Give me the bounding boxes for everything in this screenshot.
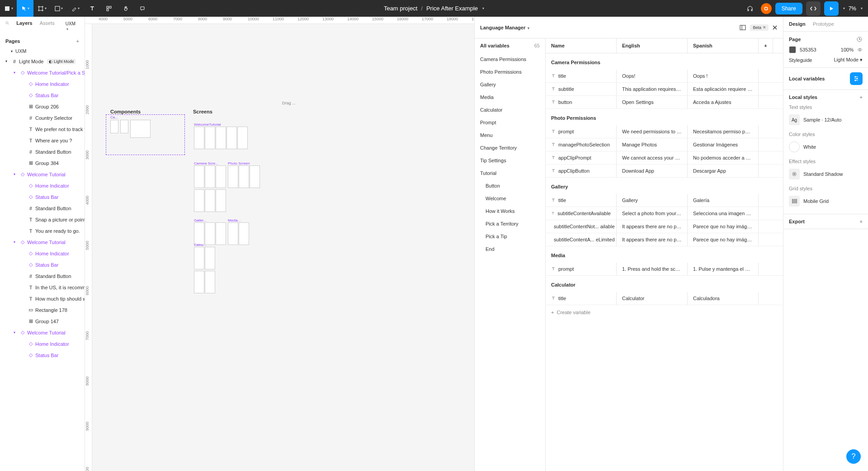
add-export-button[interactable]: +	[860, 219, 863, 224]
sidebar-toggle-icon[interactable]	[739, 24, 746, 31]
canvas-frame[interactable]	[194, 127, 204, 149]
group-subitem[interactable]: Pick a Tip	[475, 230, 545, 243]
layer-row[interactable]: ⊞Group 384	[0, 157, 85, 169]
group-item[interactable]: Prompt	[475, 116, 545, 129]
variable-name-cell[interactable]: managePhotoSelection	[546, 138, 617, 151]
chevron-down-icon[interactable]: ▾	[528, 26, 529, 30]
chevron-down-icon[interactable]: ▾	[861, 6, 863, 10]
pen-tool-button[interactable]: ▾	[67, 0, 84, 17]
canvas[interactable]: 4000500060007000800090001000011000120001…	[85, 17, 474, 471]
variable-row[interactable]: subtitleContentNot... ailableIt appears …	[546, 220, 783, 233]
effect-style-item[interactable]: Standard Shadow	[789, 166, 863, 182]
group-item[interactable]: Tutorial	[475, 167, 545, 179]
resources-button[interactable]	[100, 0, 117, 17]
canvas-frame[interactable]	[130, 120, 151, 138]
spanish-cell[interactable]: Oops !	[688, 70, 759, 82]
canvas-frame[interactable]	[216, 127, 226, 149]
group-item[interactable]: Media	[475, 91, 545, 104]
spanish-cell[interactable]: Esta aplicación requiere el uso d...	[688, 83, 759, 95]
layer-row[interactable]: ⊞Group 147	[0, 316, 85, 327]
layer-row[interactable]: #Country Selector	[0, 112, 85, 123]
variable-row[interactable]: promptWe need permissions to access y...…	[546, 125, 783, 138]
variable-name-cell[interactable]: button	[546, 96, 617, 108]
zoom-level[interactable]: 7%	[849, 5, 856, 12]
canvas-frame[interactable]	[205, 247, 215, 269]
canvas-frame[interactable]	[194, 247, 204, 269]
layer-row[interactable]: ◇Status Bar	[0, 259, 85, 270]
layer-row[interactable]: TWhere are you ?	[0, 135, 85, 146]
bg-color-value[interactable]: 535353	[800, 47, 816, 52]
audio-button[interactable]	[743, 1, 757, 16]
eye-icon[interactable]	[857, 47, 863, 52]
canvas-frame[interactable]	[205, 127, 215, 149]
layer-row[interactable]: ◇Home Indicator	[0, 248, 85, 259]
bg-opacity-value[interactable]: 100%	[841, 47, 854, 52]
variable-name-cell[interactable]: title	[546, 194, 617, 207]
create-variable-button[interactable]: + Create variable	[546, 305, 783, 320]
layer-row[interactable]: #Standard Button	[0, 203, 85, 214]
tab-assets[interactable]: Assets	[40, 20, 55, 32]
layer-row[interactable]: ▾◇Welcome Tutorial	[0, 327, 85, 338]
variable-row[interactable]: prompt1. Press and hold the screen to h.…	[546, 263, 783, 276]
share-button[interactable]: Share	[775, 3, 802, 14]
spanish-cell[interactable]: Gestionar Imágenes	[688, 138, 759, 151]
canvas-frame[interactable]	[205, 222, 215, 245]
layer-row[interactable]: #Standard Button	[0, 146, 85, 157]
english-cell[interactable]: We need permissions to access y...	[617, 125, 688, 138]
variables-settings-button[interactable]	[850, 72, 863, 85]
english-cell[interactable]: This application requires access	[617, 83, 688, 95]
variable-name-cell[interactable]: prompt	[546, 125, 617, 138]
group-subitem[interactable]: Pick a Territory	[475, 217, 545, 230]
search-icon[interactable]	[5, 20, 9, 26]
layer-row[interactable]: ▾#Light Mode ◐ Light Mode	[0, 56, 85, 67]
spanish-cell[interactable]: No podemos acceder a sus imág...	[688, 151, 759, 164]
english-cell[interactable]: Manage Photos	[617, 138, 688, 151]
spanish-cell[interactable]: 1. Pulse y mantenga el dedo en l...	[688, 263, 759, 275]
group-item[interactable]: Tip Settings	[475, 154, 545, 167]
library-badge[interactable]: UXM ▾	[62, 20, 79, 32]
spanish-cell[interactable]: Selecciona una imagen de tu gal...	[688, 207, 759, 220]
spanish-cell[interactable]: Descargar App	[688, 165, 759, 177]
english-cell[interactable]: Open Settings	[617, 96, 688, 108]
variable-row[interactable]: appClipButtonDownload AppDescargar App	[546, 165, 783, 178]
group-item[interactable]: Photo Permissions	[475, 66, 545, 78]
canvas-frame[interactable]	[110, 120, 118, 133]
canvas-frame[interactable]	[228, 165, 238, 188]
english-cell[interactable]: It appears there are no photos in	[617, 220, 688, 233]
canvas-frame[interactable]	[237, 127, 248, 149]
canvas-frame[interactable]	[205, 271, 215, 293]
layer-row[interactable]: ◇Status Bar	[0, 191, 85, 203]
english-cell[interactable]: Gallery	[617, 194, 688, 207]
text-style-item[interactable]: Ag Sample · 12/Auto	[789, 112, 863, 128]
bg-color-swatch[interactable]	[789, 46, 796, 53]
canvas-frame[interactable]	[194, 189, 204, 212]
canvas-frame[interactable]	[216, 165, 226, 188]
group-subitem[interactable]: Button	[475, 179, 545, 192]
variable-row[interactable]: managePhotoSelectionManage PhotosGestion…	[546, 138, 783, 151]
layer-row[interactable]: ◇Home Indicator	[0, 78, 85, 89]
english-cell[interactable]: Download App	[617, 165, 688, 177]
layer-row[interactable]: ⊞Group 206	[0, 101, 85, 112]
page-item[interactable]: ▾ UXM	[0, 47, 85, 56]
present-button[interactable]	[824, 1, 839, 16]
variable-name-cell[interactable]: subtitleContentAvailable	[546, 207, 617, 220]
layer-row[interactable]: ▭Rectangle 178	[0, 304, 85, 316]
canvas-frame[interactable]	[194, 271, 204, 293]
layer-row[interactable]: THow much tip should we ...	[0, 293, 85, 304]
tab-design[interactable]: Design	[789, 21, 806, 27]
canvas-frame[interactable]	[239, 222, 249, 245]
group-item[interactable]: Gallery	[475, 78, 545, 91]
english-cell[interactable]: We cannot access your photos o...	[617, 151, 688, 164]
shape-tool-button[interactable]: ▾	[50, 0, 67, 17]
variable-name-cell[interactable]: appClipButton	[546, 165, 617, 177]
add-style-button[interactable]: +	[860, 94, 863, 100]
variable-row[interactable]: appClipPromptWe cannot access your photo…	[546, 151, 783, 165]
variable-row[interactable]: titleCalculatorCalculadora	[546, 292, 783, 305]
group-item[interactable]: Menu	[475, 129, 545, 141]
group-subitem[interactable]: End	[475, 243, 545, 255]
main-menu-button[interactable]: ▾	[0, 0, 17, 17]
variable-row[interactable]: titleGalleryGalería	[546, 194, 783, 207]
layer-row[interactable]: #Standard Button	[0, 270, 85, 282]
canvas-frame[interactable]	[194, 222, 204, 245]
layer-row[interactable]: ▾◇Welcome Tutorial	[0, 236, 85, 248]
